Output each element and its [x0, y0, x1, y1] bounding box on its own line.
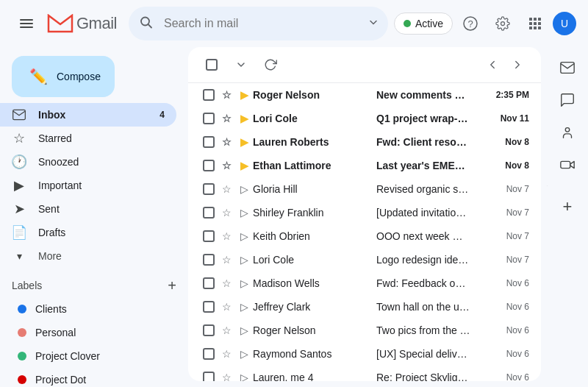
- row-checkbox[interactable]: [203, 230, 215, 242]
- right-sidebar-mail-button[interactable]: [553, 53, 582, 82]
- row-star[interactable]: ☆: [218, 301, 235, 313]
- help-button[interactable]: ?: [456, 9, 485, 38]
- sidebar-item-starred[interactable]: ☆ Starred: [0, 127, 176, 150]
- email-row[interactable]: ☆ ▷ Roger Nelson Two pics from the confe…: [188, 319, 541, 342]
- row-important[interactable]: ▶: [235, 136, 253, 148]
- email-row[interactable]: ☆ ▷ Madison Wells Fwd: Feedback on the n…: [188, 271, 541, 295]
- select-dropdown-button[interactable]: [229, 53, 253, 77]
- label-item-clients[interactable]: Clients: [12, 297, 176, 321]
- sidebar-item-drafts[interactable]: 📄 Drafts: [0, 221, 176, 244]
- row-checkbox[interactable]: [203, 277, 215, 289]
- right-sidebar-meet-button[interactable]: [553, 150, 582, 180]
- important-icon: ▶: [12, 177, 26, 194]
- row-sender: Lori Cole: [253, 113, 370, 124]
- active-status-button[interactable]: Active: [394, 13, 453, 35]
- row-checkbox[interactable]: [203, 324, 215, 336]
- refresh-button[interactable]: [259, 53, 282, 77]
- row-checkbox-area[interactable]: [200, 207, 218, 219]
- row-checkbox[interactable]: [203, 136, 215, 148]
- next-page-button[interactable]: [506, 53, 529, 77]
- prev-page-button[interactable]: [481, 53, 504, 77]
- select-all-checkbox-box[interactable]: [206, 59, 218, 71]
- row-important[interactable]: ▷: [235, 207, 253, 219]
- row-checkbox-area[interactable]: [200, 160, 218, 171]
- row-checkbox-area[interactable]: [200, 301, 218, 313]
- row-star[interactable]: ☆: [218, 160, 235, 171]
- email-row[interactable]: ☆ ▶ Lori Cole Q1 project wrap-up — Here'…: [188, 107, 541, 130]
- row-checkbox-area[interactable]: [200, 183, 218, 195]
- email-row[interactable]: ☆ ▷ Gloria Hill Revised organic search n…: [188, 177, 541, 201]
- row-important[interactable]: ▷: [235, 277, 253, 289]
- row-subject: Re: Project Skylight 1-pager: [376, 372, 476, 382]
- row-checkbox[interactable]: [203, 348, 215, 360]
- row-star[interactable]: ☆: [218, 230, 235, 242]
- row-checkbox-area[interactable]: [200, 348, 218, 360]
- row-important[interactable]: ▷: [235, 372, 253, 382]
- row-checkbox[interactable]: [203, 89, 215, 101]
- email-row[interactable]: ☆ ▶ Roger Nelson New comments on MCR2022…: [188, 83, 541, 107]
- row-star[interactable]: ☆: [218, 89, 235, 101]
- compose-button[interactable]: ✏️ Compose: [12, 56, 115, 97]
- settings-button[interactable]: [488, 9, 517, 38]
- row-checkbox-area[interactable]: [200, 113, 218, 124]
- labels-add-button[interactable]: +: [168, 277, 176, 294]
- row-checkbox[interactable]: [203, 301, 215, 313]
- row-checkbox-area[interactable]: [200, 324, 218, 336]
- sidebar-item-important[interactable]: ▶ Important: [0, 174, 176, 197]
- row-checkbox[interactable]: [203, 207, 215, 219]
- row-checkbox-area[interactable]: [200, 136, 218, 148]
- sidebar-more-button[interactable]: ▾ More: [0, 244, 176, 268]
- row-star[interactable]: ☆: [218, 277, 235, 289]
- row-checkbox[interactable]: [203, 113, 215, 124]
- email-row[interactable]: ☆ ▶ Ethan Lattimore Last year's EMEA str…: [188, 154, 541, 177]
- row-checkbox-area[interactable]: [200, 89, 218, 101]
- right-sidebar-spaces-button[interactable]: [553, 118, 582, 147]
- hamburger-button[interactable]: [12, 9, 41, 38]
- row-checkbox[interactable]: [203, 254, 215, 266]
- label-item-project-dot[interactable]: Project Dot: [12, 368, 176, 387]
- row-important[interactable]: ▷: [235, 230, 253, 242]
- row-checkbox[interactable]: [203, 183, 215, 195]
- row-star[interactable]: ☆: [218, 207, 235, 219]
- search-input[interactable]: [129, 7, 388, 40]
- email-row[interactable]: ☆ ▷ Shirley Franklin [Updated invitation…: [188, 201, 541, 224]
- row-star[interactable]: ☆: [218, 183, 235, 195]
- row-important[interactable]: ▷: [235, 348, 253, 360]
- user-avatar[interactable]: U: [553, 12, 576, 35]
- row-checkbox[interactable]: [203, 160, 215, 171]
- row-star[interactable]: ☆: [218, 348, 235, 360]
- row-checkbox[interactable]: [203, 372, 215, 382]
- email-row[interactable]: ☆ ▷ Keith Obrien OOO next week — Hey, ju…: [188, 224, 541, 248]
- row-checkbox-area[interactable]: [200, 230, 218, 242]
- email-row[interactable]: ☆ ▶ Lauren Roberts Fwd: Client resources…: [188, 130, 541, 154]
- label-item-project-clover[interactable]: Project Clover: [12, 344, 176, 368]
- row-important[interactable]: ▶: [235, 89, 253, 101]
- row-checkbox-area[interactable]: [200, 277, 218, 289]
- search-dropdown-arrow[interactable]: [368, 17, 379, 31]
- row-important[interactable]: ▶: [235, 113, 253, 124]
- apps-button[interactable]: [520, 9, 550, 38]
- row-checkbox-area[interactable]: [200, 254, 218, 266]
- select-all-checkbox[interactable]: [200, 53, 223, 77]
- sidebar-item-sent[interactable]: ➤ Sent: [0, 197, 176, 221]
- row-important[interactable]: ▶: [235, 160, 253, 171]
- row-star[interactable]: ☆: [218, 113, 235, 124]
- row-important[interactable]: ▷: [235, 324, 253, 336]
- sidebar-item-snoozed[interactable]: 🕐 Snoozed: [0, 150, 176, 174]
- row-star[interactable]: ☆: [218, 254, 235, 266]
- sidebar-item-inbox[interactable]: Inbox 4: [0, 103, 176, 127]
- email-row[interactable]: ☆ ▷ Lori Cole Logo redesign ideas — Exce…: [188, 248, 541, 271]
- email-row[interactable]: ☆ ▷ Jeffrey Clark Town hall on the upcom…: [188, 295, 541, 319]
- right-sidebar-chat-button[interactable]: [553, 85, 582, 115]
- row-star[interactable]: ☆: [218, 372, 235, 382]
- row-star[interactable]: ☆: [218, 324, 235, 336]
- right-sidebar-add-button[interactable]: +: [553, 192, 582, 221]
- row-important[interactable]: ▷: [235, 301, 253, 313]
- label-item-personal[interactable]: Personal: [12, 321, 176, 344]
- row-checkbox-area[interactable]: [200, 372, 218, 382]
- row-important[interactable]: ▷: [235, 254, 253, 266]
- row-important[interactable]: ▷: [235, 183, 253, 195]
- email-row[interactable]: ☆ ▷ Lauren, me 4 Re: Project Skylight 1-…: [188, 366, 541, 381]
- email-row[interactable]: ☆ ▷ Raymond Santos [UX] Special delivery…: [188, 342, 541, 366]
- row-star[interactable]: ☆: [218, 136, 235, 148]
